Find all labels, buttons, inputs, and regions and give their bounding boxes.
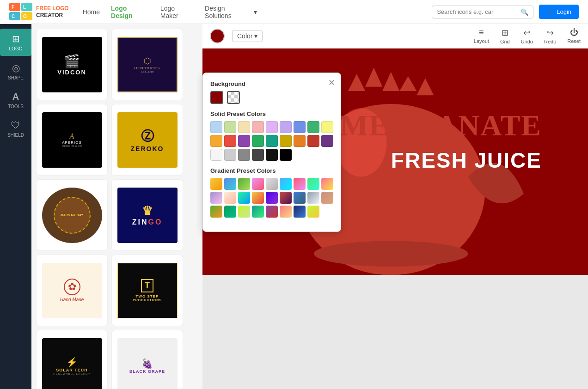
solid-swatch[interactable] (280, 135, 292, 147)
nav-home[interactable]: Home (83, 8, 100, 16)
solid-swatch[interactable] (238, 121, 250, 133)
gradient-swatch[interactable] (266, 192, 278, 204)
svg-text:O: O (23, 14, 27, 19)
color-dropdown-button[interactable]: Color ▾ (232, 30, 263, 42)
svg-text:F: F (12, 5, 14, 10)
bg-color-swatch[interactable] (210, 91, 223, 104)
solid-swatch[interactable] (210, 121, 222, 133)
nav-design-solutions[interactable]: Design Solutions ▾ (205, 5, 257, 19)
logo-card-zeroko[interactable]: Ⓩ ZEROKO (111, 104, 183, 176)
gradient-swatch[interactable] (252, 206, 264, 218)
gradient-swatch[interactable] (224, 206, 236, 218)
color-swatch-button[interactable] (210, 29, 225, 43)
gradient-swatch[interactable] (266, 178, 278, 190)
solid-swatch[interactable] (252, 121, 264, 133)
user-icon: 👤 (546, 8, 554, 15)
svg-point-15 (314, 241, 468, 267)
solid-swatch[interactable] (294, 135, 306, 147)
undo-button[interactable]: ↩ Undo (521, 28, 533, 44)
logo-card-blackgrape[interactable]: 🍇 BLACK GRAPE (111, 330, 183, 389)
search-input[interactable] (437, 8, 521, 15)
logo-card-aperios[interactable]: A APERIOS DESIGNS & CO (36, 104, 108, 176)
gradient-swatch[interactable] (266, 206, 278, 218)
gradient-swatch[interactable] (210, 206, 222, 218)
solid-swatch[interactable] (238, 135, 250, 147)
solid-swatch[interactable] (266, 121, 278, 133)
bg-transparent-swatch[interactable] (227, 91, 240, 104)
popup-close-button[interactable]: ✕ (328, 78, 335, 88)
gradient-swatch[interactable] (307, 206, 319, 218)
gradient-swatch[interactable] (321, 192, 333, 204)
layout-icon: ≡ (479, 28, 484, 37)
reset-button[interactable]: ⏻ Reset (567, 28, 581, 44)
redo-button[interactable]: ↪ Redo (544, 28, 556, 44)
solid-swatch[interactable] (321, 135, 333, 147)
logo-list-panel: 🎬 VIDCON ⬡ HENDRICKS EST. 2018 A APERIOS (31, 24, 202, 389)
solid-swatch[interactable] (238, 149, 250, 161)
solid-swatch[interactable] (266, 135, 278, 147)
gradient-swatch[interactable] (280, 192, 292, 204)
solid-swatch[interactable] (224, 121, 236, 133)
logo-card-vidcon[interactable]: 🎬 VIDCON (36, 29, 108, 100)
logo-card-mars[interactable]: MARS MY DAY (36, 179, 108, 251)
logo-card-twostep[interactable]: T TWO STEP PRODUCTIONS (111, 255, 183, 326)
solid-color-grid (210, 121, 333, 161)
solid-swatch[interactable] (266, 149, 278, 161)
nav-logo-maker[interactable]: Logo Maker (160, 5, 194, 19)
gradient-swatch[interactable] (224, 192, 236, 204)
svg-rect-0 (9, 3, 20, 11)
logo-card-hendricks[interactable]: ⬡ HENDRICKS EST. 2018 (111, 29, 183, 100)
svg-marker-9 (365, 67, 382, 87)
gradient-swatch[interactable] (238, 178, 250, 190)
layout-button[interactable]: ≡ Layout (474, 28, 489, 44)
solid-swatch[interactable] (210, 149, 222, 161)
logo-icon: ⊞ (12, 33, 20, 44)
gradient-swatch[interactable] (238, 206, 250, 218)
solid-swatch[interactable] (321, 121, 333, 133)
grid-button[interactable]: ⊞ Grid (500, 28, 510, 44)
solid-swatch[interactable] (280, 121, 292, 133)
solid-swatch[interactable] (224, 149, 236, 161)
gradient-swatch[interactable] (280, 178, 292, 190)
gradient-swatch[interactable] (252, 192, 264, 204)
gradient-swatch[interactable] (321, 178, 333, 190)
sidebar-item-shape[interactable]: ◎ SHAPE (0, 58, 31, 85)
gradient-swatch[interactable] (224, 178, 236, 190)
reset-icon: ⏻ (570, 28, 578, 37)
solid-swatch[interactable] (307, 121, 319, 133)
svg-marker-11 (399, 76, 416, 91)
gradient-section-title: Gradient Preset Colors (210, 167, 333, 174)
gradient-swatch[interactable] (294, 206, 306, 218)
sidebar-item-tools[interactable]: A TOOLS (0, 87, 31, 114)
gradient-swatch[interactable] (294, 178, 306, 190)
logo-card-zingo[interactable]: ♛ ZINGO (111, 179, 183, 251)
svg-text:C: C (12, 14, 15, 19)
logo-card-solartech[interactable]: ⚡ SOLAR TECH RENEWABLE ENERGY (36, 330, 108, 389)
gradient-swatch[interactable] (307, 192, 319, 204)
site-logo: F L C O FREE LOGO CREATOR (9, 3, 69, 21)
gradient-swatch[interactable] (280, 206, 292, 218)
site-logo-icon: F L C O (9, 3, 32, 21)
sidebar-item-shield-label: SHIELD (7, 133, 24, 138)
sidebar-item-logo[interactable]: ⊞ LOGO (0, 29, 31, 56)
sidebar-item-shield[interactable]: 🛡 SHIELD (0, 115, 31, 142)
solid-swatch[interactable] (252, 149, 264, 161)
solid-swatch[interactable] (307, 135, 319, 147)
solid-swatch[interactable] (210, 135, 222, 147)
login-button[interactable]: 👤 Login (539, 5, 579, 19)
solid-swatch[interactable] (280, 149, 292, 161)
gradient-swatch[interactable] (294, 192, 306, 204)
solid-swatch[interactable] (224, 135, 236, 147)
nav-logo-design[interactable]: Logo Design (111, 5, 149, 19)
gradient-swatch[interactable] (210, 192, 222, 204)
sidebar-item-shape-label: SHAPE (8, 75, 24, 80)
gradient-swatch[interactable] (252, 178, 264, 190)
solid-swatch[interactable] (252, 135, 264, 147)
gradient-swatch[interactable] (238, 192, 250, 204)
solid-section-title: Solid Preset Colors (210, 110, 333, 117)
gradient-swatch[interactable] (210, 178, 222, 190)
logo-card-handmade[interactable]: ✿ Hand Made (36, 255, 108, 326)
solid-swatch[interactable] (294, 121, 306, 133)
search-icon: 🔍 (521, 8, 528, 16)
gradient-swatch[interactable] (307, 178, 319, 190)
